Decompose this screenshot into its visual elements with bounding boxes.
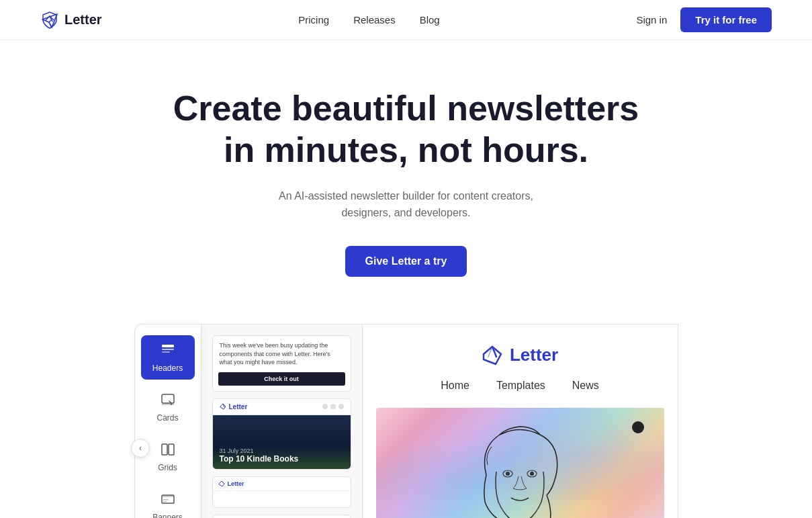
collapse-arrow-button[interactable]: ‹ — [131, 439, 150, 458]
sidebar-item-headers[interactable]: Headers — [141, 335, 195, 380]
sidebar-label-cards: Cards — [156, 413, 178, 423]
tpl-mini-header: Letter — [213, 399, 351, 415]
hero-subtitle: An AI-assisted newsletter builder for co… — [265, 187, 547, 222]
nav-releases[interactable]: Releases — [353, 14, 396, 26]
preview-image-area — [376, 408, 664, 518]
tpl-body-3 — [213, 491, 351, 507]
svg-point-14 — [506, 472, 510, 476]
headers-icon — [160, 342, 176, 361]
svg-point-15 — [530, 472, 534, 476]
hero-title: Create beautiful newsletters in minutes,… — [171, 87, 641, 171]
signin-button[interactable]: Sign in — [636, 14, 667, 26]
preview-nav-home[interactable]: Home — [441, 380, 469, 392]
preview-nav-news[interactable]: News — [572, 380, 599, 392]
preview-nav: Home Templates News — [441, 380, 599, 392]
tpl-mini-logo: Letter — [220, 403, 248, 411]
svg-rect-1 — [162, 349, 174, 350]
preview-nav-templates[interactable]: Templates — [496, 380, 545, 392]
tpl-dot-3 — [339, 404, 344, 409]
preview-logo-area: Letter — [482, 345, 558, 366]
tpl-dot-2 — [330, 404, 336, 409]
svg-rect-0 — [162, 345, 174, 347]
demo-area: ‹ Headers Car — [0, 310, 812, 518]
preview-panel: Letter Home Templates News — [363, 324, 678, 518]
logo-link[interactable]: Letter — [40, 11, 102, 30]
preview-logo-text: Letter — [510, 345, 558, 365]
tpl-dark-image: 31 July 2021 Top 10 Kindle Books — [213, 415, 351, 469]
watercolor-background — [376, 408, 664, 518]
svg-rect-6 — [162, 444, 167, 455]
svg-rect-11 — [163, 501, 167, 503]
tpl-title: Top 10 Kindle Books — [220, 454, 344, 464]
sidebar-label-banners: Banners — [152, 513, 183, 518]
tpl-logo-text-3: Letter — [228, 480, 244, 487]
svg-rect-3 — [162, 394, 174, 403]
nav-blog[interactable]: Blog — [420, 14, 440, 26]
logo-icon — [40, 11, 59, 30]
svg-rect-7 — [169, 444, 174, 455]
tpl-cta-btn[interactable]: Check it out — [218, 372, 345, 386]
tpl-announce-text: This week we've been busy updating the c… — [213, 336, 351, 372]
navbar: Letter Pricing Releases Blog Sign in Try… — [0, 0, 812, 40]
sidebar-panel: Headers Cards Grids — [134, 324, 201, 518]
logo-text: Letter — [64, 12, 102, 28]
sidebar-item-grids[interactable]: Grids — [141, 435, 195, 479]
template-card-4[interactable]: Letter — [212, 515, 351, 518]
template-card-1[interactable]: This week we've been busy updating the c… — [212, 335, 351, 392]
template-card-2[interactable]: Letter 31 July 2021 Top 10 Kindle Books — [212, 398, 351, 470]
hero-cta-button[interactable]: Give Letter a try — [345, 246, 467, 277]
svg-rect-9 — [162, 495, 174, 497]
svg-rect-10 — [163, 499, 169, 501]
tpl-small-header-4: Letter — [213, 515, 351, 518]
svg-point-5 — [171, 404, 172, 405]
sidebar-label-headers: Headers — [152, 363, 183, 373]
nav-links: Pricing Releases Blog — [298, 14, 439, 26]
templates-panel: This week we've been busy updating the c… — [201, 324, 363, 518]
sidebar-item-cards[interactable]: Cards — [141, 385, 195, 429]
preview-logo-icon — [482, 345, 503, 366]
face-sketch — [473, 421, 567, 518]
tpl-dot-1 — [322, 404, 328, 409]
art-dot — [632, 421, 644, 433]
banners-icon — [160, 491, 176, 510]
tpl-logo-arrow-3 — [218, 480, 225, 487]
nav-actions: Sign in Try it for free — [636, 7, 772, 32]
svg-rect-4 — [162, 403, 174, 405]
tpl-date: 31 July 2021 — [220, 447, 344, 454]
hero-section: Create beautiful newsletters in minutes,… — [0, 40, 812, 310]
svg-rect-2 — [162, 351, 170, 353]
cards-icon — [160, 392, 176, 411]
template-card-3[interactable]: Letter — [212, 476, 351, 508]
sidebar-item-banners[interactable]: Banners — [141, 484, 195, 518]
sidebar-label-grids: Grids — [158, 463, 177, 472]
tpl-small-header-3: Letter — [213, 477, 351, 491]
try-free-button[interactable]: Try it for free — [680, 7, 772, 32]
grids-icon — [160, 441, 176, 460]
nav-pricing[interactable]: Pricing — [298, 14, 329, 26]
